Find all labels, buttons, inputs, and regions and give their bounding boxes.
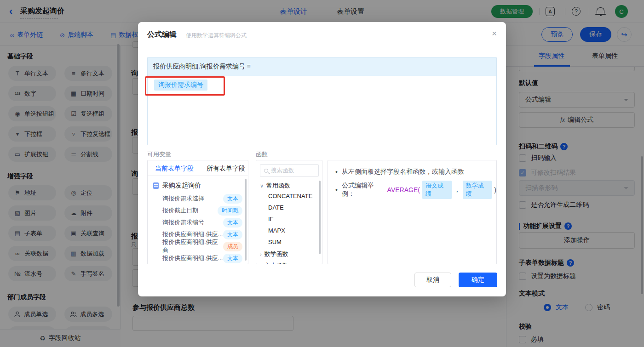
type-badge: 时间戳 — [218, 206, 242, 216]
function-item[interactable]: DATE — [268, 204, 284, 211]
example-field-chip: 数学成绩 — [463, 181, 492, 199]
app-window: ‹ 采购发起询价 表单设计 表单设置 数据管理 A ? C ∞ 表单外链 ⊘ 后… — [0, 0, 644, 347]
bullet-icon: • — [335, 186, 338, 193]
modal-title: 公式编辑 — [147, 30, 177, 40]
variable-item[interactable]: 询报价需求编号文本 — [162, 216, 242, 228]
form-icon — [153, 182, 159, 189]
function-search-input[interactable]: 搜索函数 — [260, 164, 319, 177]
type-badge: 文本 — [223, 218, 242, 228]
tip-line-2: • 公式编辑举例：AVERAGE( 语文成绩 ， 数学成绩 ) — [335, 181, 496, 199]
function-item[interactable]: MAPX — [268, 227, 285, 234]
cancel-button[interactable]: 取消 — [414, 273, 451, 287]
functions-label: 函数 — [256, 150, 268, 159]
bullet-icon: • — [335, 168, 338, 176]
chevron-right-icon: › — [260, 263, 262, 264]
tree-root-form[interactable]: 采购发起询价 — [153, 182, 201, 190]
modal-subtitle: 使用数学运算符编辑公式 — [186, 32, 247, 40]
variable-item[interactable]: 报价截止日期时间戳 — [162, 205, 242, 216]
function-group-text[interactable]: › 文本函数 — [260, 262, 288, 264]
type-badge: 文本 — [223, 194, 242, 204]
function-group-common[interactable]: ∨ 常用函数 — [260, 182, 290, 190]
type-badge: 文本 — [223, 230, 242, 239]
function-item[interactable]: CONCATENATE — [268, 193, 312, 199]
search-placeholder: 搜索函数 — [271, 167, 294, 175]
formula-target: 报价供应商明细.询报价需求编号 = — [148, 57, 496, 76]
variable-item[interactable]: 询报价需求选择文本 — [162, 193, 242, 205]
formula-editor[interactable]: 报价供应商明细.询报价需求编号 = 询报价需求编号 — [147, 57, 497, 145]
search-icon — [264, 169, 268, 173]
tree-root-label: 采购发起询价 — [162, 182, 201, 190]
tab-current-form-fields[interactable]: 当前表单字段 — [155, 165, 194, 173]
example-field-chip: 语文成绩 — [422, 181, 452, 199]
variables-panel: 当前表单字段 所有表单字段 采购发起询价 询报价需求选择文本 报价截止日期时间戳… — [147, 160, 248, 264]
close-icon[interactable]: × — [492, 28, 497, 39]
tab-all-form-fields[interactable]: 所有表单字段 — [207, 165, 245, 173]
function-group-math[interactable]: › 数学函数 — [260, 250, 288, 258]
variables-label: 可用变量 — [147, 150, 171, 159]
annotation-rectangle — [145, 76, 225, 96]
formula-edit-modal: 公式编辑 使用数学运算符编辑公式 × 报价供应商明细.询报价需求编号 = 询报价… — [138, 22, 506, 296]
confirm-button[interactable]: 确定 — [459, 273, 497, 287]
chevron-down-icon: ∨ — [260, 183, 264, 189]
type-badge: 文本 — [223, 254, 242, 263]
chevron-right-icon: › — [260, 251, 262, 257]
function-item[interactable]: SUM — [268, 239, 282, 245]
functions-scrollbar[interactable] — [319, 181, 321, 254]
tips-panel: • 从左侧面板选择字段名和函数，或输入函数 • 公式编辑举例：AVERAGE( … — [328, 160, 497, 264]
function-name: AVERAGE( — [387, 186, 420, 193]
function-item[interactable]: IF — [268, 216, 274, 222]
variable-item[interactable]: 报价供应商明细.供应商成员 — [162, 240, 242, 252]
tip-line-1: • 从左侧面板选择字段名和函数，或输入函数 — [335, 168, 464, 176]
variable-item[interactable]: 报价供应商明细.供应...文本 — [162, 252, 242, 264]
type-badge: 成员 — [223, 242, 242, 251]
variables-scrollbar[interactable] — [245, 179, 247, 261]
functions-panel: 搜索函数 ∨ 常用函数 CONCATENATE DATE IF MAPX SUM… — [256, 160, 322, 264]
